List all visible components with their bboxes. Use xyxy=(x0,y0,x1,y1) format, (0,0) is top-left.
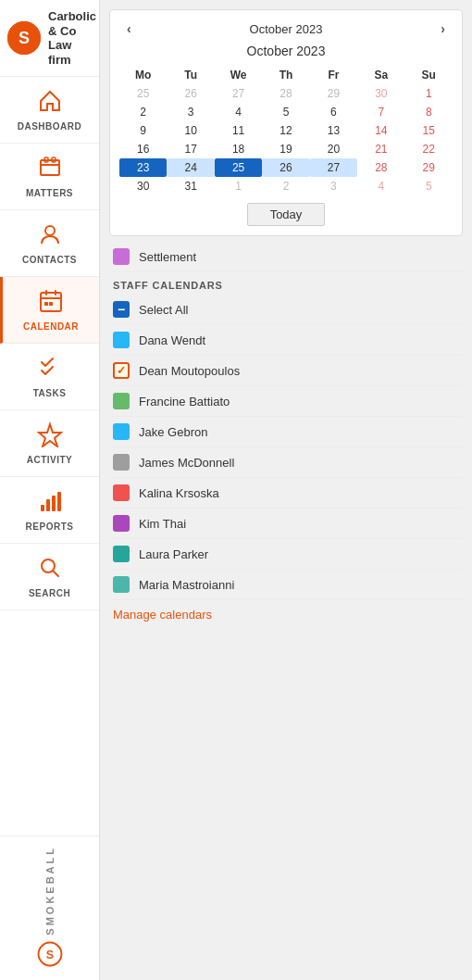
calendar-month-title: October 2023 xyxy=(119,44,453,58)
cal-day[interactable]: 27 xyxy=(215,84,262,103)
cal-week-0: 2526272829301 xyxy=(119,84,453,103)
cal-day[interactable]: 26 xyxy=(167,84,214,103)
cal-day[interactable]: 31 xyxy=(167,177,214,195)
cal-header-we: We xyxy=(215,66,262,84)
sidebar-item-reports[interactable]: REPORTS xyxy=(0,477,99,544)
cal-week-5: 303112345 xyxy=(119,177,453,195)
sidebar-item-contacts-label: CONTACTS xyxy=(22,255,77,265)
cal-day[interactable]: 21 xyxy=(357,140,404,158)
cal-day[interactable]: 17 xyxy=(167,140,214,158)
staff-item[interactable]: Jake Gebron xyxy=(109,417,463,447)
cal-day[interactable]: 19 xyxy=(262,140,309,158)
cal-day[interactable]: 1 xyxy=(405,84,453,103)
cal-day[interactable]: 16 xyxy=(119,140,167,158)
cal-day[interactable]: 3 xyxy=(310,177,357,195)
cal-day[interactable]: 28 xyxy=(262,84,309,103)
sidebar-item-tasks[interactable]: TASKS xyxy=(0,344,99,410)
staff-item-label: Select All xyxy=(139,303,188,317)
cal-day[interactable]: 10 xyxy=(167,121,214,140)
cal-day[interactable]: 28 xyxy=(357,158,404,177)
calendar-prev-btn[interactable]: ‹ xyxy=(119,19,139,38)
calendar-nav: ‹ October 2023 › xyxy=(119,19,453,38)
staff-item-label: Laura Parker xyxy=(139,547,208,561)
staff-checkbox[interactable]: ✓ xyxy=(113,362,130,379)
staff-item[interactable]: Maria Mastroianni xyxy=(109,570,463,600)
cal-day[interactable]: 18 xyxy=(215,140,262,158)
sidebar-item-activity-label: ACTIVITY xyxy=(27,455,73,465)
cal-day[interactable]: 29 xyxy=(405,158,453,177)
main-content: ‹ October 2023 › October 2023 MoTuWeThFr… xyxy=(100,0,472,980)
cal-day[interactable]: 25 xyxy=(215,158,262,177)
sidebar-item-search-label: SEARCH xyxy=(29,588,70,598)
cal-day[interactable]: 14 xyxy=(357,121,404,140)
cal-day[interactable]: 8 xyxy=(405,103,453,121)
staff-item-label: Jake Gebron xyxy=(139,425,207,439)
cal-day[interactable]: 30 xyxy=(357,84,404,103)
calendar-item-label: Settlement xyxy=(139,250,196,264)
cal-day[interactable]: 4 xyxy=(215,103,262,121)
staff-color-box xyxy=(113,546,130,562)
cal-day[interactable]: 5 xyxy=(405,177,453,195)
cal-day[interactable]: 25 xyxy=(119,84,167,103)
cal-day[interactable]: 1 xyxy=(215,177,262,195)
cal-day[interactable]: 9 xyxy=(119,121,167,140)
cal-day[interactable]: 3 xyxy=(167,103,214,121)
staff-item-label: Kim Thai xyxy=(139,517,186,531)
cal-day[interactable]: 6 xyxy=(310,103,357,121)
staff-color-box xyxy=(113,576,130,593)
cal-day[interactable]: 7 xyxy=(357,103,404,121)
cal-day[interactable]: 23 xyxy=(119,158,167,177)
sidebar-item-calendar-label: CALENDAR xyxy=(23,321,79,332)
calendar-next-btn[interactable]: › xyxy=(433,19,453,38)
minus-icon: − xyxy=(118,302,125,317)
cal-day[interactable]: 2 xyxy=(119,103,167,121)
svg-rect-10 xyxy=(41,505,44,511)
staff-item[interactable]: James McDonnell xyxy=(109,447,463,478)
svg-rect-8 xyxy=(49,302,53,306)
sidebar-item-contacts[interactable]: CONTACTS xyxy=(0,210,99,277)
staff-item[interactable]: ✓Dean Moutopoulos xyxy=(109,356,463,386)
sidebar-item-dashboard[interactable]: DASHBOARD xyxy=(0,77,99,144)
staff-item[interactable]: −Select All xyxy=(109,295,463,325)
sidebar-item-matters-label: MATTERS xyxy=(26,188,73,198)
cal-day[interactable]: 27 xyxy=(310,158,357,177)
cal-day[interactable]: 2 xyxy=(262,177,309,195)
dashboard-icon xyxy=(37,88,63,118)
staff-item[interactable]: Francine Battiato xyxy=(109,386,463,417)
staff-section-title: STAFF CALENDARS xyxy=(109,272,463,295)
calendar-item[interactable]: Settlement xyxy=(109,242,463,272)
cal-week-3: 16171819202122 xyxy=(119,140,453,158)
sidebar-item-activity[interactable]: ACTIVITY xyxy=(0,410,99,477)
sidebar-header: S Carbolic & Co Law firm xyxy=(0,0,99,77)
staff-item[interactable]: Laura Parker xyxy=(109,539,463,570)
cal-day[interactable]: 30 xyxy=(119,177,167,195)
cal-day[interactable]: 26 xyxy=(262,158,309,177)
cal-day[interactable]: 22 xyxy=(405,140,453,158)
today-button[interactable]: Today xyxy=(247,203,326,226)
staff-color-box xyxy=(113,484,130,501)
sidebar-item-matters[interactable]: MATTERS xyxy=(0,144,99,210)
cal-header-fr: Fr xyxy=(310,66,357,84)
calendar-widget: ‹ October 2023 › October 2023 MoTuWeThFr… xyxy=(109,9,463,236)
staff-item[interactable]: Dana Wendt xyxy=(109,325,463,356)
sidebar-item-search[interactable]: SEARCH xyxy=(0,544,99,610)
staff-item-label: Dean Moutopoulos xyxy=(139,364,240,378)
sidebar-item-calendar[interactable]: CALENDAR xyxy=(0,277,99,344)
cal-day[interactable]: 20 xyxy=(310,140,357,158)
cal-day[interactable]: 15 xyxy=(405,121,453,140)
cal-day[interactable]: 5 xyxy=(262,103,309,121)
staff-item[interactable]: Kim Thai xyxy=(109,509,463,539)
cal-day[interactable]: 11 xyxy=(215,121,262,140)
cal-day[interactable]: 24 xyxy=(167,158,214,177)
cal-day[interactable]: 4 xyxy=(357,177,404,195)
svg-marker-9 xyxy=(39,424,61,446)
manage-calendars-link[interactable]: Manage calendars xyxy=(109,600,463,629)
staff-color-box xyxy=(113,515,130,532)
calendar-list: Settlement STAFF CALENDARS −Select AllDa… xyxy=(100,242,472,980)
cal-day[interactable]: 13 xyxy=(310,121,357,140)
staff-item[interactable]: Kalina Krsoska xyxy=(109,478,463,509)
cal-day[interactable]: 12 xyxy=(262,121,309,140)
cal-day[interactable]: 29 xyxy=(310,84,357,103)
smokeball-logo-icon: S xyxy=(37,941,63,971)
tasks-icon xyxy=(37,355,63,384)
